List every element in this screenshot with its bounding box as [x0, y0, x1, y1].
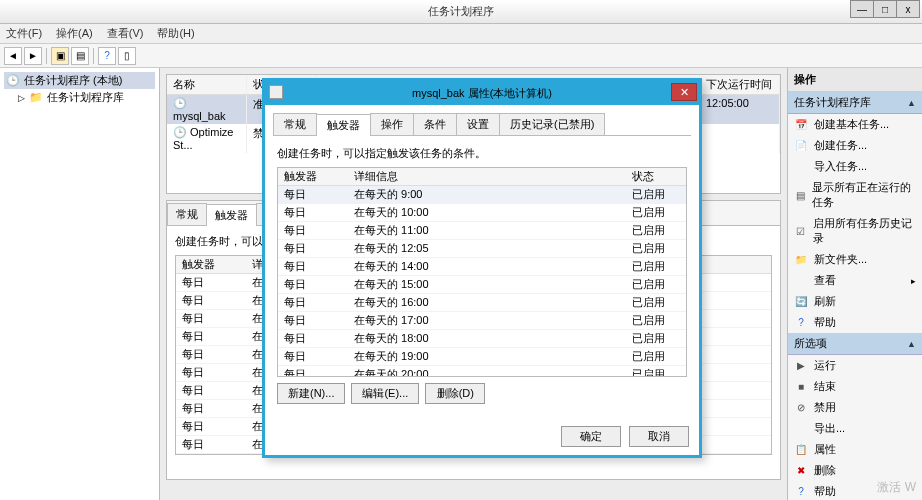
clock-icon: 🕒: [173, 126, 187, 138]
table-row[interactable]: 每日在每天的 20:00已启用: [278, 366, 686, 377]
dialog-titlebar[interactable]: mysql_bak 属性(本地计算机) ✕: [265, 81, 699, 105]
dialog-tabs: 常规触发器操作条件设置历史记录(已禁用): [273, 113, 691, 136]
clock-icon: 🕒: [173, 97, 187, 109]
enable-history-icon: ☑: [794, 224, 807, 238]
action-view[interactable]: 查看▸: [788, 270, 922, 291]
dialog-tab[interactable]: 常规: [273, 113, 317, 135]
folder-icon: 📁: [29, 91, 43, 104]
pane-icon[interactable]: ▯: [118, 47, 136, 65]
table-row[interactable]: 每日在每天的 17:00已启用: [278, 312, 686, 330]
create-basic-task-icon: 📅: [794, 118, 808, 132]
action-create-basic-task[interactable]: 📅创建基本任务...: [788, 114, 922, 135]
actions-group-selected[interactable]: 所选项▲: [788, 333, 922, 355]
delete-icon: ✖: [794, 464, 808, 478]
dialog-close-button[interactable]: ✕: [671, 83, 697, 101]
action-help[interactable]: ?帮助: [788, 312, 922, 333]
end-icon: ■: [794, 380, 808, 394]
watermark: 激活 W: [877, 479, 916, 496]
action-enable-history[interactable]: ☑启用所有任务历史记录: [788, 213, 922, 249]
create-task-icon: 📄: [794, 139, 808, 153]
refresh-icon: 🔄: [794, 295, 808, 309]
table-row[interactable]: 每日在每天的 10:00已启用: [278, 204, 686, 222]
action-properties[interactable]: 📋属性: [788, 439, 922, 460]
close-button[interactable]: x: [896, 0, 920, 18]
collapse-icon: ▲: [907, 98, 916, 108]
toolbar: ◄ ► ▣ ▤ ? ▯: [0, 44, 922, 68]
action-new-folder[interactable]: 📁新文件夹...: [788, 249, 922, 270]
action-show-running[interactable]: ▤显示所有正在运行的任务: [788, 177, 922, 213]
menu-file[interactable]: 文件(F): [6, 26, 42, 41]
menu-action[interactable]: 操作(A): [56, 26, 93, 41]
actions-header: 操作: [788, 68, 922, 92]
edit-button[interactable]: 编辑(E)...: [351, 383, 419, 404]
detail-tab[interactable]: 常规: [167, 203, 207, 225]
up-icon[interactable]: ▣: [51, 47, 69, 65]
show-running-icon: ▤: [794, 188, 806, 202]
action-end[interactable]: ■结束: [788, 376, 922, 397]
dialog-tab[interactable]: 操作: [370, 113, 414, 135]
table-row[interactable]: 每日在每天的 9:00已启用: [278, 186, 686, 204]
cancel-button[interactable]: 取消: [629, 426, 689, 447]
action-create-task[interactable]: 📄创建任务...: [788, 135, 922, 156]
maximize-button[interactable]: □: [873, 0, 897, 18]
new-button[interactable]: 新建(N)...: [277, 383, 345, 404]
action-run[interactable]: ▶运行: [788, 355, 922, 376]
import-task-icon: [794, 160, 808, 174]
menu-view[interactable]: 查看(V): [107, 26, 144, 41]
run-icon: ▶: [794, 359, 808, 373]
clock-icon: 🕒: [6, 74, 20, 87]
view-icon: [794, 274, 808, 288]
action-disable[interactable]: ⊘禁用: [788, 397, 922, 418]
table-row[interactable]: 每日在每天的 12:05已启用: [278, 240, 686, 258]
collapse-icon: ▲: [907, 339, 916, 349]
dialog-tab[interactable]: 设置: [456, 113, 500, 135]
table-row[interactable]: 每日在每天的 14:00已启用: [278, 258, 686, 276]
actions-pane: 操作 任务计划程序库▲ 📅创建基本任务...📄创建任务...导入任务...▤显示…: [787, 68, 922, 500]
action-delete[interactable]: ✖删除: [788, 460, 922, 481]
help2-icon: ?: [794, 485, 808, 499]
properties-icon: 📋: [794, 443, 808, 457]
help-icon[interactable]: ?: [98, 47, 116, 65]
forward-icon[interactable]: ►: [24, 47, 42, 65]
nav-tree: 🕒 任务计划程序 (本地) ▷ 📁 任务计划程序库: [0, 68, 160, 500]
table-row[interactable]: 每日在每天的 11:00已启用: [278, 222, 686, 240]
action-refresh[interactable]: 🔄刷新: [788, 291, 922, 312]
dialog-tab[interactable]: 条件: [413, 113, 457, 135]
table-row[interactable]: 每日在每天的 16:00已启用: [278, 294, 686, 312]
back-icon[interactable]: ◄: [4, 47, 22, 65]
actions-group-library[interactable]: 任务计划程序库▲: [788, 92, 922, 114]
prop-icon[interactable]: ▤: [71, 47, 89, 65]
new-folder-icon: 📁: [794, 253, 808, 267]
dialog-tab[interactable]: 触发器: [316, 114, 371, 136]
detail-tab[interactable]: 触发器: [206, 204, 257, 226]
minimize-button[interactable]: —: [850, 0, 874, 18]
export-icon: [794, 422, 808, 436]
table-row[interactable]: 每日在每天的 15:00已启用: [278, 276, 686, 294]
dialog-trigger-table: 触发器 详细信息 状态 每日在每天的 9:00已启用每日在每天的 10:00已启…: [277, 167, 687, 377]
table-row[interactable]: 每日在每天的 18:00已启用: [278, 330, 686, 348]
menu-help[interactable]: 帮助(H): [157, 26, 194, 41]
help-icon: ?: [794, 316, 808, 330]
dialog-tab[interactable]: 历史记录(已禁用): [499, 113, 605, 135]
properties-dialog: mysql_bak 属性(本地计算机) ✕ 常规触发器操作条件设置历史记录(已禁…: [262, 78, 702, 458]
tree-library[interactable]: ▷ 📁 任务计划程序库: [4, 89, 155, 106]
menubar: 文件(F) 操作(A) 查看(V) 帮助(H): [0, 24, 922, 44]
action-export[interactable]: 导出...: [788, 418, 922, 439]
action-import-task[interactable]: 导入任务...: [788, 156, 922, 177]
dialog-title: mysql_bak 属性(本地计算机): [412, 86, 552, 101]
tree-root[interactable]: 🕒 任务计划程序 (本地): [4, 72, 155, 89]
window-title: 任务计划程序: [0, 4, 922, 19]
dialog-sys-icon: [269, 85, 283, 99]
ok-button[interactable]: 确定: [561, 426, 621, 447]
titlebar: 任务计划程序 — □ x: [0, 0, 922, 24]
dialog-desc: 创建任务时，可以指定触发该任务的条件。: [277, 146, 687, 161]
delete-button[interactable]: 删除(D): [425, 383, 485, 404]
disable-icon: ⊘: [794, 401, 808, 415]
table-row[interactable]: 每日在每天的 19:00已启用: [278, 348, 686, 366]
